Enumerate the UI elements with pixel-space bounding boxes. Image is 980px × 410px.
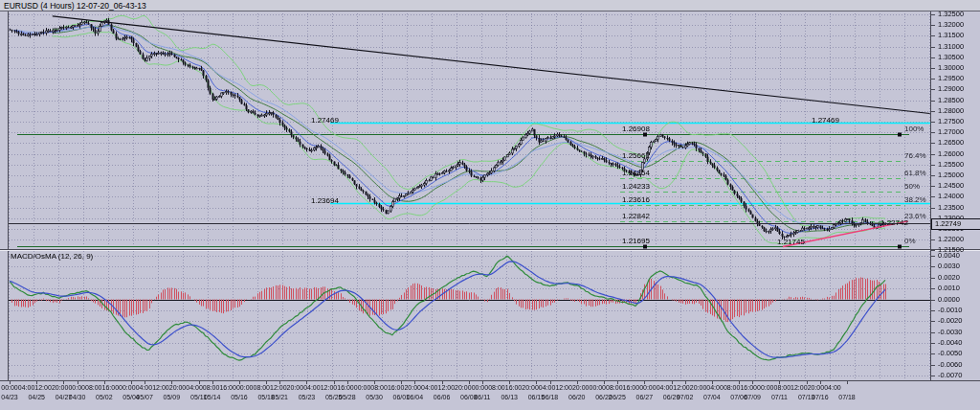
price-axis-label[interactable]: 1.32500 bbox=[938, 11, 964, 18]
macd-axis-label[interactable]: -0.0050 bbox=[938, 350, 962, 357]
date-axis-label[interactable]: 07/09 bbox=[744, 394, 761, 400]
macd-axis-label[interactable]: -0.0070 bbox=[938, 372, 962, 379]
time-axis-label[interactable]: 08:00 bbox=[488, 384, 505, 391]
time-axis-label[interactable]: 04:00 bbox=[824, 384, 841, 391]
time-axis-label[interactable]: 08:00 bbox=[253, 384, 270, 391]
date-axis-label[interactable]: 06/20 bbox=[568, 394, 586, 400]
price-axis-label[interactable]: 1.27500 bbox=[938, 118, 964, 125]
price-chart-canvas[interactable] bbox=[0, 0, 980, 410]
price-axis-label[interactable]: 1.32000 bbox=[938, 21, 964, 29]
time-axis-label[interactable]: 04:00 bbox=[657, 384, 674, 391]
date-axis-label[interactable]: 07/18 bbox=[838, 394, 856, 400]
date-axis-label[interactable]: 06/25 bbox=[609, 394, 626, 400]
time-axis-label[interactable]: 12:00 bbox=[673, 384, 690, 391]
time-axis-label[interactable]: 12:00 bbox=[791, 384, 808, 391]
price-axis-label[interactable]: 1.23500 bbox=[938, 204, 964, 212]
time-axis-label[interactable]: 08:00 bbox=[203, 384, 220, 391]
time-axis-label[interactable]: 16:00 bbox=[102, 384, 120, 391]
date-axis-label[interactable]: 05/23 bbox=[299, 394, 316, 400]
time-axis-label[interactable]: 00:00 bbox=[639, 384, 657, 391]
time-axis-label[interactable]: 04:00 bbox=[186, 384, 203, 391]
date-axis-label[interactable]: 06/06 bbox=[434, 394, 451, 400]
time-axis-label[interactable]: 08:00 bbox=[774, 384, 791, 391]
price-axis-label[interactable]: 1.31000 bbox=[938, 43, 964, 51]
price-axis-label[interactable]: 1.29500 bbox=[938, 75, 964, 82]
time-axis-label[interactable]: 20:00 bbox=[690, 384, 707, 391]
price-axis-label[interactable]: 1.27000 bbox=[938, 128, 964, 136]
date-axis-label[interactable]: 05/21 bbox=[271, 394, 288, 400]
macd-axis-label[interactable]: 0.0000 bbox=[938, 296, 960, 304]
macd-axis-label[interactable]: -0.0020 bbox=[938, 317, 962, 325]
date-axis-label[interactable]: 05/28 bbox=[339, 394, 356, 400]
time-axis-label[interactable]: 12:00 bbox=[34, 384, 52, 391]
date-axis-label[interactable]: 05/30 bbox=[366, 394, 383, 400]
time-axis-label[interactable]: 08:00 bbox=[85, 384, 102, 391]
time-axis-label[interactable]: 00:00 bbox=[68, 384, 85, 391]
date-axis-label[interactable]: 07/16 bbox=[812, 394, 829, 400]
time-axis-label[interactable]: 08:00 bbox=[724, 384, 741, 391]
date-axis-label[interactable]: 07/04 bbox=[703, 394, 721, 400]
time-axis-label[interactable]: 12:00 bbox=[321, 384, 338, 391]
time-axis-label[interactable]: 20:00 bbox=[52, 384, 69, 391]
price-axis-label[interactable]: 1.25500 bbox=[938, 161, 964, 169]
price-axis-label[interactable]: 1.26000 bbox=[938, 150, 964, 158]
date-axis-label[interactable]: 04/30 bbox=[69, 394, 86, 400]
date-axis-label[interactable]: 04/25 bbox=[28, 394, 45, 400]
macd-axis-label[interactable]: -0.0060 bbox=[938, 361, 962, 369]
macd-axis-label[interactable]: 0.0040 bbox=[938, 252, 960, 260]
time-axis-label[interactable]: 00:00 bbox=[236, 384, 254, 391]
time-axis-label[interactable]: 12:00 bbox=[438, 384, 456, 391]
time-axis-label[interactable]: 20:00 bbox=[404, 384, 421, 391]
macd-axis-label[interactable]: 0.0030 bbox=[938, 262, 960, 270]
time-axis-label[interactable]: 20:00 bbox=[169, 384, 187, 391]
price-axis-label[interactable]: 1.24000 bbox=[938, 193, 964, 200]
time-axis-label[interactable]: 20:00 bbox=[287, 384, 304, 391]
macd-axis-label[interactable]: 0.0020 bbox=[938, 274, 960, 282]
macd-axis-label[interactable]: -0.0010 bbox=[938, 307, 962, 314]
price-axis-label[interactable]: 1.24500 bbox=[938, 182, 964, 190]
time-axis-label[interactable]: 00:00 bbox=[472, 384, 489, 391]
time-axis-label[interactable]: 00:00 bbox=[119, 384, 136, 391]
time-axis-label[interactable]: 04:00 bbox=[706, 384, 724, 391]
date-axis-label[interactable]: 06/13 bbox=[501, 394, 518, 400]
time-axis-label[interactable]: 00:00 bbox=[589, 384, 606, 391]
time-axis-label[interactable]: 00:00 bbox=[354, 384, 371, 391]
price-axis-label[interactable]: 1.30000 bbox=[938, 64, 964, 72]
date-axis-label[interactable]: 06/04 bbox=[407, 394, 424, 400]
date-axis-label[interactable]: 06/11 bbox=[474, 394, 490, 400]
time-axis-label[interactable]: 00:00 bbox=[757, 384, 774, 391]
date-axis-label[interactable]: 05/09 bbox=[164, 394, 181, 400]
time-axis-label[interactable]: 16:00 bbox=[219, 384, 236, 391]
time-axis-label[interactable]: 20:00 bbox=[522, 384, 539, 391]
time-axis-label[interactable]: 12:00 bbox=[270, 384, 287, 391]
price-axis-label[interactable]: 1.30500 bbox=[938, 54, 964, 61]
macd-axis-label[interactable]: 0.0010 bbox=[938, 285, 960, 292]
time-axis-label[interactable]: 04:00 bbox=[303, 384, 321, 391]
time-axis-label[interactable]: 04:00 bbox=[539, 384, 556, 391]
time-axis-label[interactable]: 12:00 bbox=[152, 384, 169, 391]
time-axis-label[interactable]: 16:00 bbox=[623, 384, 640, 391]
date-axis-label[interactable]: 05/07 bbox=[136, 394, 153, 400]
date-axis-label[interactable]: 07/02 bbox=[677, 394, 694, 400]
time-axis-label[interactable]: 08:00 bbox=[606, 384, 623, 391]
date-axis-label[interactable]: 06/27 bbox=[636, 394, 654, 400]
date-axis-label[interactable]: 04/23 bbox=[1, 394, 18, 400]
macd-axis-label[interactable]: -0.0040 bbox=[938, 339, 962, 347]
time-axis-label[interactable]: 08:00 bbox=[370, 384, 388, 391]
time-axis-label[interactable]: 16:00 bbox=[740, 384, 757, 391]
price-axis-label[interactable]: 1.31500 bbox=[938, 32, 964, 39]
time-axis-label[interactable]: 20:00 bbox=[808, 384, 825, 391]
time-axis-label[interactable]: 16:00 bbox=[388, 384, 405, 391]
chart-title-bar[interactable]: EURUSD (4 Hours) 12-07-20_06-43-13 bbox=[0, 0, 980, 11]
time-axis-label[interactable]: 04:00 bbox=[136, 384, 153, 391]
time-axis-label[interactable]: 20:00 bbox=[572, 384, 590, 391]
price-axis-label[interactable]: 1.28500 bbox=[938, 97, 964, 104]
date-axis-label[interactable]: 06/18 bbox=[542, 394, 559, 400]
date-axis-label[interactable]: 05/14 bbox=[204, 394, 221, 400]
time-axis-label[interactable]: 12:00 bbox=[555, 384, 572, 391]
time-axis-label[interactable]: 16:00 bbox=[337, 384, 354, 391]
price-axis-label[interactable]: 1.28000 bbox=[938, 107, 964, 115]
time-axis-label[interactable]: 16:00 bbox=[505, 384, 523, 391]
macd-axis-label[interactable]: -0.0030 bbox=[938, 329, 962, 336]
date-axis-label[interactable]: 07/11 bbox=[771, 394, 788, 400]
